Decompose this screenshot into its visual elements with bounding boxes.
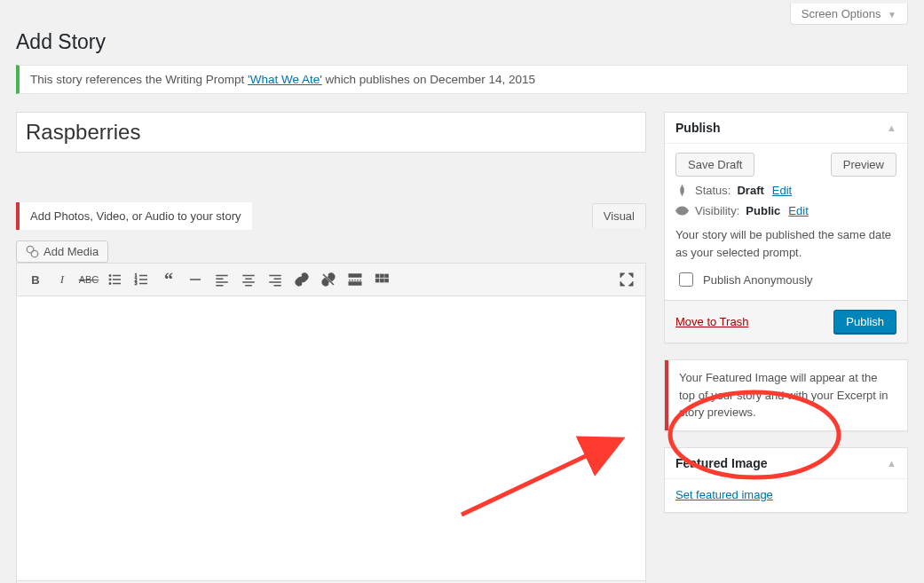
svg-rect-35: [375, 279, 379, 282]
prompt-reference-notice: This story references the Writing Prompt…: [16, 65, 908, 94]
svg-point-4: [109, 279, 111, 280]
visibility-value: Public: [746, 204, 780, 217]
editor-toolbar: B I ABC 123 “: [17, 264, 645, 296]
svg-rect-33: [381, 274, 384, 278]
save-draft-button[interactable]: Save Draft: [675, 153, 754, 177]
notice-text-prefix: This story references the Writing Prompt: [30, 73, 248, 86]
align-left-button[interactable]: [209, 267, 235, 292]
svg-point-1: [31, 250, 38, 257]
blockquote-button[interactable]: “: [155, 267, 182, 292]
horizontal-rule-button[interactable]: [182, 267, 209, 292]
toolbar-toggle-button[interactable]: [368, 267, 395, 292]
bulleted-list-button[interactable]: [102, 267, 129, 292]
pin-icon: [675, 184, 689, 197]
status-value: Draft: [737, 184, 763, 197]
add-media-button[interactable]: Add Media: [16, 240, 108, 263]
publish-anonymously-checkbox[interactable]: [679, 272, 693, 287]
svg-rect-29: [349, 274, 361, 277]
screen-options-button[interactable]: Screen Options ▼: [790, 4, 908, 25]
publish-anonymously-label: Publish Anonymously: [703, 273, 813, 287]
media-icon: [26, 245, 39, 258]
editor: B I ABC 123 “: [16, 263, 646, 581]
svg-rect-36: [381, 279, 384, 282]
publish-date-note: Your story will be published the same da…: [675, 226, 896, 261]
screen-options-label: Screen Options: [802, 7, 881, 20]
remove-link-button[interactable]: [315, 267, 342, 292]
collapse-toggle-icon[interactable]: ▲: [887, 458, 896, 469]
svg-point-2: [109, 274, 111, 276]
publish-box: Publish ▲ Save Draft Preview Status: Dra…: [664, 112, 908, 343]
preview-button[interactable]: Preview: [831, 153, 896, 177]
writing-prompt-link[interactable]: 'What We Ate': [248, 73, 322, 86]
tab-visual[interactable]: Visual: [592, 203, 646, 228]
chevron-down-icon: ▼: [888, 10, 896, 20]
page-title: Add Story: [16, 30, 908, 54]
media-hint: Add Photos, Video, or Audio to your stor…: [16, 202, 252, 230]
add-media-label: Add Media: [43, 245, 99, 258]
edit-status-link[interactable]: Edit: [772, 184, 792, 197]
publish-button[interactable]: Publish: [833, 310, 896, 334]
strikethrough-button[interactable]: ABC: [75, 267, 102, 292]
svg-rect-32: [375, 274, 379, 278]
svg-point-6: [109, 282, 111, 284]
collapse-toggle-icon[interactable]: ▲: [887, 122, 896, 133]
post-title-input[interactable]: [16, 112, 646, 153]
notice-text-suffix: which publishes on December 14, 2015: [322, 73, 535, 86]
align-center-button[interactable]: [235, 267, 262, 292]
status-label: Status:: [695, 184, 731, 197]
editor-content-area[interactable]: [17, 296, 645, 580]
align-right-button[interactable]: [262, 267, 288, 292]
featured-image-notice-box: Your Featured Image will appear at the t…: [664, 359, 908, 431]
move-to-trash-link[interactable]: Move to Trash: [675, 315, 748, 328]
insert-more-button[interactable]: [342, 267, 368, 292]
svg-rect-37: [385, 279, 389, 282]
italic-button[interactable]: I: [49, 267, 75, 292]
svg-rect-34: [385, 274, 389, 278]
featured-image-box: Featured Image ▲ Set featured image: [664, 447, 908, 513]
featured-image-notice: Your Featured Image will appear at the t…: [665, 360, 907, 430]
svg-point-38: [681, 209, 684, 213]
visibility-label: Visibility:: [695, 204, 739, 217]
featured-image-title: Featured Image: [675, 456, 767, 470]
fullscreen-button[interactable]: [613, 267, 640, 292]
svg-rect-31: [349, 282, 361, 285]
insert-link-button[interactable]: [288, 267, 315, 292]
publish-box-title: Publish: [675, 121, 721, 135]
eye-icon: [675, 204, 689, 217]
numbered-list-button[interactable]: 123: [129, 267, 155, 292]
bold-button[interactable]: B: [22, 267, 49, 292]
svg-text:3: 3: [135, 280, 138, 286]
edit-visibility-link[interactable]: Edit: [788, 204, 808, 217]
set-featured-image-link[interactable]: Set featured image: [675, 488, 773, 501]
publish-anonymously-row[interactable]: Publish Anonymously: [675, 270, 896, 289]
